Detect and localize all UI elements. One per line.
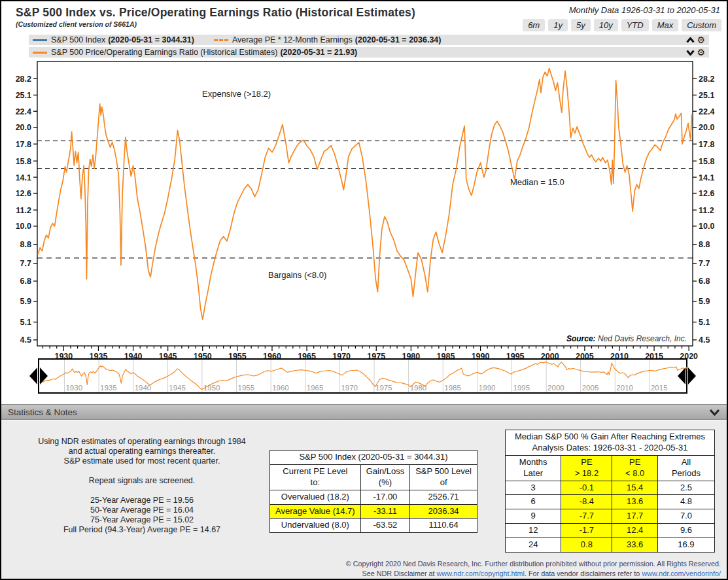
range-button-1y[interactable]: 1y <box>548 19 568 31</box>
table-cell: -0.1 <box>561 481 612 495</box>
chevron-down-icon[interactable] <box>686 50 695 56</box>
range-button-ytd[interactable]: YTD <box>621 19 649 31</box>
navigator-year-label: 2015 <box>651 384 668 392</box>
navigator-year-label: 2010 <box>616 384 633 392</box>
y-axis-label: 5.1 <box>699 318 710 327</box>
table-row: Average Value (14.7)-33.112036.34 <box>270 504 477 519</box>
y-axis-label: 22.4 <box>16 107 31 116</box>
line-blue-swatch-icon <box>33 39 47 41</box>
y-axis-label: 4.5 <box>20 335 31 345</box>
y-axis-label: 15.8 <box>16 157 31 166</box>
notes-line: 50-Year Average PE = 16.04 <box>11 505 273 515</box>
y-axis-label: 15.8 <box>699 157 714 166</box>
navigator-year-label: 1960 <box>272 384 289 392</box>
navigator-year-label: 2000 <box>547 384 564 392</box>
period-label: Monthly Data 1926-03-31 to 2020-05-31 <box>569 5 720 15</box>
table-cell: 9 <box>506 509 561 524</box>
table-cell: -1.7 <box>561 524 612 538</box>
plot-border <box>37 61 693 346</box>
y-axis-label: 6.8 <box>20 277 31 286</box>
table-row: 12-1.712.49.6 <box>506 524 715 538</box>
table-cell: 15.4 <box>612 481 657 495</box>
navigator-year-label: 1950 <box>203 384 220 392</box>
legend-row-2: S&P 500 Price/Operating Earnings Ratio (… <box>29 47 709 58</box>
gear-icon[interactable]: ⚙ <box>697 35 705 44</box>
copyright-line1: © Copyright 2020 Ned Davis Research, Inc… <box>346 559 721 569</box>
legend-label: S&P 500 Index <box>51 35 105 44</box>
y-axis-label: 25.1 <box>699 91 714 100</box>
table-cell: 2.5 <box>657 481 714 495</box>
y-axis-label: 12.6 <box>699 189 714 198</box>
legend-entry: Average PE * 12-Month Earnings(2020-05-3… <box>213 35 442 44</box>
chart-page: S&P 500 Index vs. Price/Operating Earnin… <box>0 0 728 580</box>
table-cell: -33.11 <box>360 504 410 519</box>
gear-icon[interactable]: ⚙ <box>697 48 705 57</box>
y-axis-label: 5.9 <box>20 297 31 306</box>
table-cell: 2036.34 <box>410 504 477 519</box>
notes-line: 75-Year Average PE = 15.02 <box>11 515 273 525</box>
table-cell: 12 <box>506 524 561 538</box>
chevron-up-icon[interactable] <box>686 37 695 43</box>
dash-orange-swatch-icon <box>214 39 228 41</box>
chart-annotation: Median = 15.0 <box>510 177 564 187</box>
notes-line: S&P estimate used for most recent quarte… <box>11 456 273 466</box>
table-row: Overvalued (18.2)-17.002526.71 <box>270 490 477 504</box>
navigator-year-label: 1945 <box>169 384 186 392</box>
y-axis-label: 28.2 <box>16 75 31 84</box>
stats-notes-label: Statistics & Notes <box>8 407 77 417</box>
y-axis-label: 11.2 <box>16 206 31 215</box>
table-row: 6-8.413.64.8 <box>506 495 715 509</box>
source-label: Source: Ned Davis Research, Inc. <box>566 334 687 343</box>
table-cell: 12.4 <box>612 524 657 538</box>
stats-notes-bar[interactable]: Statistics & Notes <box>1 404 727 420</box>
gain-table-header: MonthsLater <box>506 455 561 481</box>
notes-line: and actual operating earnings thereafter… <box>11 447 273 456</box>
navigator[interactable]: 1930193519401945195019551960196519701975… <box>21 354 708 398</box>
range-button-5y[interactable]: 5y <box>571 19 591 31</box>
page-subtitle: (Customized client version of S661A) <box>16 20 137 28</box>
legend-value: (2020-05-31 = 21.93) <box>280 48 357 57</box>
y-axis-label: 7.7 <box>699 259 710 268</box>
copyright-text-segment: . For data vendor disclaimers refer to <box>525 570 642 577</box>
navigator-year-label: 2005 <box>582 384 599 392</box>
legend-value: (2020-05-31 = 2036.34) <box>355 35 442 44</box>
disclaimer-link[interactable]: www.ndr.com/copyright.html <box>437 570 525 577</box>
range-button-10y[interactable]: 10y <box>594 19 618 31</box>
range-button-max[interactable]: Max <box>652 19 679 31</box>
navigator-year-label: 1975 <box>375 384 392 392</box>
disclaimer-link[interactable]: www.ndr.com/vendorinfo/ <box>642 570 721 577</box>
legend-entry: S&P 500 Price/Operating Earnings Ratio (… <box>31 48 357 57</box>
y-axis-label: 7.7 <box>20 259 31 268</box>
table-cell: 7.0 <box>657 509 714 524</box>
notes-text: Using NDR estimates of operating earning… <box>11 437 273 535</box>
pe-table-header: Gain/Loss(%) <box>360 464 410 490</box>
y-axis-label: 20.0 <box>699 123 714 132</box>
range-button-6m[interactable]: 6m <box>523 19 545 31</box>
table-row: 240.833.616.9 <box>506 538 715 553</box>
notes-line: Repeat signals are screened. <box>11 476 273 486</box>
notes-line: Using NDR estimates of operating earning… <box>11 437 273 447</box>
notes-line <box>11 466 273 476</box>
y-axis-label: 25.1 <box>16 91 31 100</box>
pe-table-title: S&P 500 Index (2020-05-31 = 3044.31) <box>270 451 477 465</box>
navigator-year-label: 1985 <box>444 384 461 392</box>
chart-annotation: Expensive (>18.2) <box>202 89 271 99</box>
legend: S&P 500 Index(2020-05-31 = 3044.31)Avera… <box>29 35 709 60</box>
copyright-text-segment: See NDR Disclaimer at <box>362 570 437 577</box>
collapse-chevron-icon[interactable] <box>709 409 720 416</box>
table-cell: 4.8 <box>657 495 714 509</box>
table-cell: 6 <box>506 495 561 509</box>
table-cell: Overvalued (18.2) <box>270 490 361 504</box>
y-axis-label: 5.1 <box>20 318 31 327</box>
table-cell: 33.6 <box>612 538 657 553</box>
table-cell: -63.52 <box>360 519 410 533</box>
y-axis-label: 5.9 <box>699 297 710 306</box>
table-cell: -8.4 <box>561 495 612 509</box>
range-button-custom[interactable]: Custom <box>682 19 721 31</box>
page-title: S&P 500 Index vs. Price/Operating Earnin… <box>16 6 415 20</box>
copyright-text: © Copyright 2020 Ned Davis Research, Inc… <box>346 559 721 578</box>
y-axis-label: 6.8 <box>699 277 710 286</box>
pe-level-table: S&P 500 Index (2020-05-31 = 3044.31)Curr… <box>269 450 477 533</box>
navigator-year-label: 1990 <box>479 384 496 392</box>
y-axis-label: 8.8 <box>699 240 710 249</box>
